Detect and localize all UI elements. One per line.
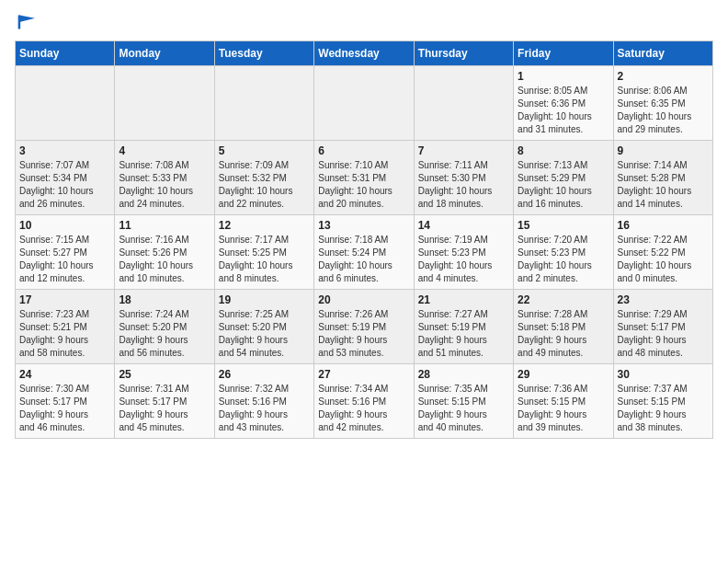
calendar-body: 1Sunrise: 8:05 AM Sunset: 6:36 PM Daylig…	[16, 66, 713, 439]
calendar-day-cell: 22Sunrise: 7:28 AM Sunset: 5:18 PM Dayli…	[514, 290, 613, 364]
day-number: 30	[618, 368, 709, 381]
weekday-header: Wednesday	[314, 41, 414, 66]
day-number: 2	[618, 70, 709, 83]
calendar-day-cell: 10Sunrise: 7:15 AM Sunset: 5:27 PM Dayli…	[16, 215, 115, 290]
calendar-day-cell: 26Sunrise: 7:32 AM Sunset: 5:16 PM Dayli…	[214, 364, 313, 439]
day-info: Sunrise: 8:06 AM Sunset: 6:35 PM Dayligh…	[618, 85, 709, 136]
weekday-header: Tuesday	[214, 41, 313, 66]
day-info: Sunrise: 7:23 AM Sunset: 5:21 PM Dayligh…	[19, 308, 110, 360]
day-info: Sunrise: 7:18 AM Sunset: 5:24 PM Dayligh…	[318, 234, 409, 285]
calendar-day-cell: 8Sunrise: 7:13 AM Sunset: 5:29 PM Daylig…	[514, 141, 613, 215]
calendar-day-cell	[214, 66, 313, 141]
day-number: 27	[318, 368, 409, 381]
weekday-header: Monday	[115, 41, 214, 66]
calendar-day-cell: 9Sunrise: 7:14 AM Sunset: 5:28 PM Daylig…	[613, 141, 712, 215]
calendar-week-row: 1Sunrise: 8:05 AM Sunset: 6:36 PM Daylig…	[16, 66, 713, 141]
day-number: 29	[518, 368, 609, 381]
weekday-header: Friday	[514, 41, 613, 66]
calendar-day-cell	[314, 66, 414, 141]
day-number: 7	[418, 144, 509, 157]
calendar-day-cell: 2Sunrise: 8:06 AM Sunset: 6:35 PM Daylig…	[613, 66, 712, 141]
day-info: Sunrise: 7:32 AM Sunset: 5:16 PM Dayligh…	[219, 383, 310, 434]
weekday-header: Thursday	[414, 41, 513, 66]
calendar-day-cell: 11Sunrise: 7:16 AM Sunset: 5:26 PM Dayli…	[115, 215, 214, 290]
day-number: 16	[618, 219, 709, 232]
day-number: 24	[19, 368, 110, 381]
day-info: Sunrise: 8:05 AM Sunset: 6:36 PM Dayligh…	[518, 85, 609, 136]
calendar-header: SundayMondayTuesdayWednesdayThursdayFrid…	[16, 41, 713, 66]
day-number: 15	[518, 219, 609, 232]
day-number: 18	[119, 293, 210, 306]
calendar-day-cell: 24Sunrise: 7:30 AM Sunset: 5:17 PM Dayli…	[16, 364, 115, 439]
day-info: Sunrise: 7:24 AM Sunset: 5:20 PM Dayligh…	[119, 308, 210, 360]
calendar-day-cell: 20Sunrise: 7:26 AM Sunset: 5:19 PM Dayli…	[314, 290, 414, 364]
day-info: Sunrise: 7:29 AM Sunset: 5:17 PM Dayligh…	[618, 308, 709, 360]
day-number: 12	[219, 219, 310, 232]
calendar-day-cell: 16Sunrise: 7:22 AM Sunset: 5:22 PM Dayli…	[613, 215, 712, 290]
calendar-day-cell: 5Sunrise: 7:09 AM Sunset: 5:32 PM Daylig…	[214, 141, 313, 215]
day-info: Sunrise: 7:08 AM Sunset: 5:33 PM Dayligh…	[119, 159, 210, 211]
day-number: 6	[318, 144, 409, 157]
day-info: Sunrise: 7:15 AM Sunset: 5:27 PM Dayligh…	[19, 234, 110, 285]
calendar-day-cell: 3Sunrise: 7:07 AM Sunset: 5:34 PM Daylig…	[16, 141, 115, 215]
day-info: Sunrise: 7:37 AM Sunset: 5:15 PM Dayligh…	[618, 383, 709, 434]
day-number: 20	[318, 293, 409, 306]
day-info: Sunrise: 7:36 AM Sunset: 5:15 PM Dayligh…	[518, 383, 609, 434]
calendar-table: SundayMondayTuesdayWednesdayThursdayFrid…	[15, 40, 713, 439]
calendar-day-cell: 15Sunrise: 7:20 AM Sunset: 5:23 PM Dayli…	[514, 215, 613, 290]
logo	[15, 15, 35, 29]
day-number: 11	[119, 219, 210, 232]
calendar-day-cell: 29Sunrise: 7:36 AM Sunset: 5:15 PM Dayli…	[514, 364, 613, 439]
day-info: Sunrise: 7:19 AM Sunset: 5:23 PM Dayligh…	[418, 234, 509, 285]
day-info: Sunrise: 7:28 AM Sunset: 5:18 PM Dayligh…	[518, 308, 609, 360]
calendar-day-cell: 18Sunrise: 7:24 AM Sunset: 5:20 PM Dayli…	[115, 290, 214, 364]
day-info: Sunrise: 7:17 AM Sunset: 5:25 PM Dayligh…	[219, 234, 310, 285]
calendar-day-cell: 12Sunrise: 7:17 AM Sunset: 5:25 PM Dayli…	[214, 215, 313, 290]
calendar-day-cell: 17Sunrise: 7:23 AM Sunset: 5:21 PM Dayli…	[16, 290, 115, 364]
calendar-day-cell	[115, 66, 214, 141]
svg-rect-1	[18, 16, 21, 29]
calendar-day-cell: 4Sunrise: 7:08 AM Sunset: 5:33 PM Daylig…	[115, 141, 214, 215]
day-number: 1	[518, 70, 609, 83]
day-info: Sunrise: 7:13 AM Sunset: 5:29 PM Dayligh…	[518, 159, 609, 211]
calendar-day-cell: 1Sunrise: 8:05 AM Sunset: 6:36 PM Daylig…	[514, 66, 613, 141]
calendar-week-row: 3Sunrise: 7:07 AM Sunset: 5:34 PM Daylig…	[16, 141, 713, 215]
calendar-day-cell: 30Sunrise: 7:37 AM Sunset: 5:15 PM Dayli…	[613, 364, 712, 439]
day-info: Sunrise: 7:07 AM Sunset: 5:34 PM Dayligh…	[19, 159, 110, 211]
day-number: 5	[219, 144, 310, 157]
day-info: Sunrise: 7:10 AM Sunset: 5:31 PM Dayligh…	[318, 159, 409, 211]
page-header	[15, 15, 713, 29]
calendar-week-row: 24Sunrise: 7:30 AM Sunset: 5:17 PM Dayli…	[16, 364, 713, 439]
calendar-day-cell: 27Sunrise: 7:34 AM Sunset: 5:16 PM Dayli…	[314, 364, 414, 439]
day-number: 8	[518, 144, 609, 157]
calendar-day-cell: 7Sunrise: 7:11 AM Sunset: 5:30 PM Daylig…	[414, 141, 513, 215]
day-number: 23	[618, 293, 709, 306]
day-number: 9	[618, 144, 709, 157]
day-number: 14	[418, 219, 509, 232]
calendar-day-cell: 19Sunrise: 7:25 AM Sunset: 5:20 PM Dayli…	[214, 290, 313, 364]
calendar-day-cell: 14Sunrise: 7:19 AM Sunset: 5:23 PM Dayli…	[414, 215, 513, 290]
day-info: Sunrise: 7:09 AM Sunset: 5:32 PM Dayligh…	[219, 159, 310, 211]
day-number: 25	[119, 368, 210, 381]
day-number: 21	[418, 293, 509, 306]
day-number: 26	[219, 368, 310, 381]
calendar-day-cell: 25Sunrise: 7:31 AM Sunset: 5:17 PM Dayli…	[115, 364, 214, 439]
calendar-day-cell: 13Sunrise: 7:18 AM Sunset: 5:24 PM Dayli…	[314, 215, 414, 290]
day-info: Sunrise: 7:11 AM Sunset: 5:30 PM Dayligh…	[418, 159, 509, 211]
day-info: Sunrise: 7:31 AM Sunset: 5:17 PM Dayligh…	[119, 383, 210, 434]
day-info: Sunrise: 7:35 AM Sunset: 5:15 PM Dayligh…	[418, 383, 509, 434]
day-number: 28	[418, 368, 509, 381]
day-number: 19	[219, 293, 310, 306]
weekday-header: Saturday	[613, 41, 712, 66]
logo-flag-icon	[17, 15, 35, 29]
weekday-header: Sunday	[16, 41, 115, 66]
day-info: Sunrise: 7:20 AM Sunset: 5:23 PM Dayligh…	[518, 234, 609, 285]
day-info: Sunrise: 7:16 AM Sunset: 5:26 PM Dayligh…	[119, 234, 210, 285]
day-number: 17	[19, 293, 110, 306]
day-info: Sunrise: 7:25 AM Sunset: 5:20 PM Dayligh…	[219, 308, 310, 360]
calendar-week-row: 17Sunrise: 7:23 AM Sunset: 5:21 PM Dayli…	[16, 290, 713, 364]
day-info: Sunrise: 7:26 AM Sunset: 5:19 PM Dayligh…	[318, 308, 409, 360]
svg-marker-0	[19, 16, 35, 23]
calendar-day-cell	[16, 66, 115, 141]
day-number: 10	[19, 219, 110, 232]
